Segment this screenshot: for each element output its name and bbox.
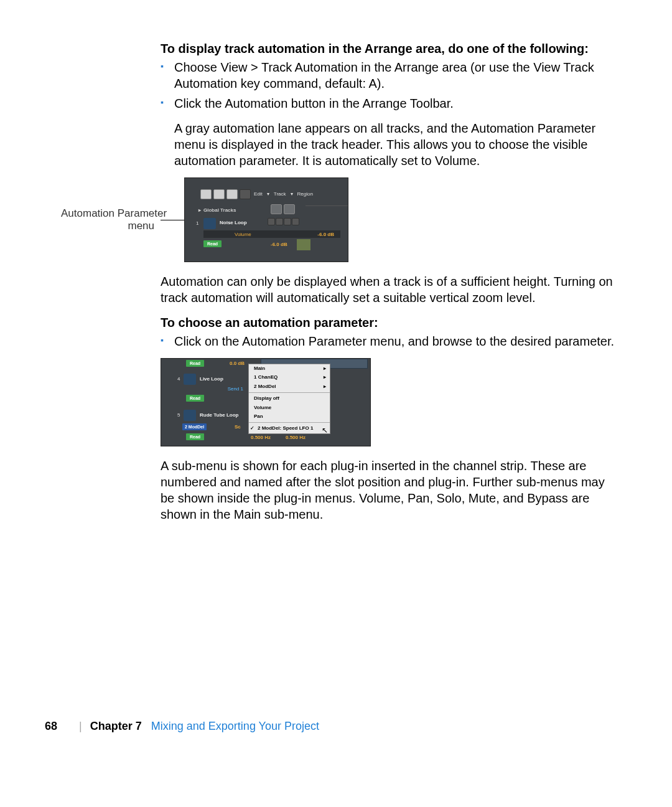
body-paragraph: A gray automation lane appears on all tr… (161, 120, 616, 169)
read-button: Read (186, 360, 204, 367)
track-settings-icon (284, 204, 295, 214)
menu-item-pan: Pan (249, 412, 330, 421)
db-value: -6.0 dB (271, 242, 287, 248)
track-icon (203, 218, 216, 229)
plugin-label: 2 ModDel (182, 423, 207, 430)
track-number: 5 (177, 412, 180, 418)
section-heading-1: To display track automation in the Arran… (161, 40, 616, 57)
callout-connector (161, 220, 184, 220)
track-name: Rude Tube Loop (200, 412, 239, 418)
toolbar-btn (213, 189, 225, 199)
menu-edit: Edit (253, 191, 264, 197)
automation-parameter-menu: Volume (235, 232, 251, 238)
toolbar-btn (200, 189, 212, 199)
toolbar-btn (226, 189, 238, 199)
hz-value: 0.500 Hz (286, 435, 306, 441)
automation-mode-button: Read (203, 240, 222, 247)
track-name: Noise Loop (220, 220, 247, 226)
menu-track: Track (273, 191, 287, 197)
page-footer: 68 | Chapter 7 Mixing and Exporting Your… (45, 719, 319, 734)
menu-item-selected: 2 ModDel: Speed LFO 1 (249, 424, 330, 433)
db-value: 0.0 dB (230, 361, 245, 367)
menu-item-moddel: 2 ModDel (249, 382, 330, 391)
menu-item-chaneq: 1 ChanEQ (249, 373, 330, 382)
chapter-title: Mixing and Exporting Your Project (151, 720, 319, 732)
send-label: Send 1 (228, 386, 243, 392)
figure-arrange-area: Edit▾ Track▾ Region Global Tracks 1 Nois… (184, 177, 348, 262)
section-heading-2: To choose an automation parameter: (161, 314, 616, 331)
global-tracks-label: Global Tracks (198, 207, 236, 214)
automation-parameter-dropdown: Main 1 ChanEQ 2 ModDel Display off Volum… (248, 364, 330, 434)
read-button: Read (186, 433, 204, 440)
param-short: Sc (235, 424, 241, 430)
track-number: 4 (177, 376, 180, 382)
page-number: 68 (45, 720, 57, 732)
db-value: -6.0 dB (317, 232, 334, 238)
callout-label: Automation Parameter menu (61, 207, 154, 232)
toolbar-btn (240, 189, 251, 199)
track-icon (184, 410, 196, 421)
menu-item-volume: Volume (249, 404, 330, 412)
bullet-item: Choose View > Track Automation in the Ar… (161, 59, 616, 92)
menu-item-main: Main (249, 364, 330, 373)
track-name: Live Loop (200, 376, 223, 382)
body-paragraph: Automation can only be displayed when a … (161, 273, 616, 306)
cursor-icon: ↖ (322, 426, 328, 436)
automation-lane (297, 239, 310, 250)
figure-parameter-menu: Read 0.0 dB 4 Live Loop Send 1 Read 5 Ru… (161, 358, 371, 446)
track-number: 1 (196, 220, 198, 227)
hz-value: 0.500 Hz (251, 435, 271, 441)
menu-region: Region (296, 191, 314, 197)
read-button: Read (186, 395, 204, 402)
track-icon (184, 374, 196, 385)
menu-item-display-off: Display off (249, 394, 330, 403)
bullet-item: Click on the Automation Parameter menu, … (161, 333, 616, 349)
body-paragraph: A sub-menu is shown for each plug-in ins… (161, 458, 616, 522)
bullet-item: Click the Automation button in the Arran… (161, 95, 616, 111)
chapter-label: Chapter 7 (90, 720, 142, 732)
add-track-icon (271, 204, 282, 214)
